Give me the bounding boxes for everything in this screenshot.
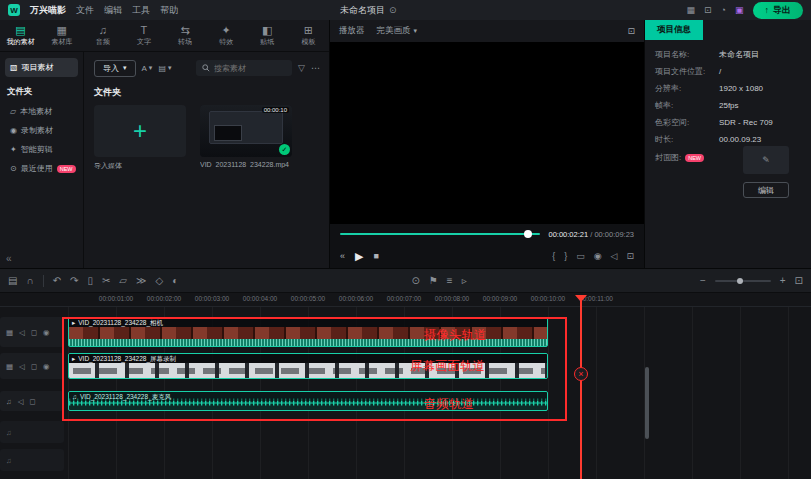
mute-icon[interactable]: ◁ — [611, 251, 618, 261]
media-pool-icon[interactable]: ▤ — [8, 275, 17, 286]
color-icon[interactable]: ◐ — [172, 275, 178, 286]
media-clip-thumbnail[interactable]: 00:00:10 ✓ — [200, 105, 292, 157]
crop-preview-icon[interactable]: ▭ — [576, 251, 585, 261]
hide-track-icon[interactable]: ◉ — [43, 362, 50, 371]
speed-icon[interactable]: ≫ — [136, 275, 146, 286]
snap-magnet-icon[interactable]: ∩ — [26, 275, 33, 286]
new-badge: NEW — [57, 165, 76, 173]
export-label: 导出 — [773, 4, 791, 17]
search-input[interactable] — [214, 64, 286, 73]
fullscreen-icon[interactable]: ⊡ — [626, 251, 634, 261]
redo-icon[interactable]: ↷ — [70, 275, 78, 286]
screenshot-icon[interactable]: ⊡ — [704, 5, 712, 15]
clip-audio-strip — [69, 339, 547, 346]
cover-label: 封面图: — [655, 152, 681, 163]
tab-audio[interactable]: ♫音频 — [82, 20, 123, 51]
ruler-label: 00:00:01:00 — [92, 295, 140, 302]
cover-thumbnail[interactable]: ✎ — [743, 146, 789, 174]
filter-icon[interactable]: ▽ — [298, 63, 305, 73]
fit-timeline-icon[interactable]: ⊡ — [795, 275, 803, 286]
mute-track-icon[interactable]: ◁ — [19, 328, 25, 337]
sidebar-item-smart-edit[interactable]: ✦ 智能剪辑 — [5, 140, 78, 159]
sidebar-item-project-media[interactable]: ▧ 项目素材 — [5, 58, 78, 77]
tab-stock-media[interactable]: ▦素材库 — [41, 20, 82, 51]
tab-my-media[interactable]: ▤我的素材 — [0, 20, 41, 51]
record-voiceover-icon[interactable]: ⊙ — [411, 275, 419, 286]
track-header[interactable]: ♫ — [0, 421, 64, 443]
undo-icon[interactable]: ↶ — [53, 275, 61, 286]
clip-microphone-audio[interactable]: ♫ VID_20231128_234228_麦克风 — [68, 391, 548, 411]
layout-panels-icon[interactable]: ▦ — [686, 5, 695, 15]
timeline-ruler[interactable]: 00:00:01:00 00:00:02:00 00:00:03:00 00:0… — [0, 293, 811, 307]
export-button[interactable]: ↑ 导出 — [753, 2, 804, 19]
store-cart-icon[interactable]: ▣ — [735, 5, 744, 15]
notification-bell-icon[interactable]: ◔ — [721, 5, 726, 15]
view-mode-dropdown[interactable]: ▤▾ — [158, 64, 171, 73]
hide-track-icon[interactable]: ◉ — [43, 328, 50, 337]
sidebar-item-recent[interactable]: ⊙ 最近使用 NEW — [5, 159, 78, 178]
sidebar-item-local-media[interactable]: ▱ 本地素材 — [5, 102, 78, 121]
tab-templates[interactable]: ⊞模板 — [288, 20, 329, 51]
zoom-slider[interactable] — [715, 280, 771, 282]
clip-screen-video[interactable]: ▸ VID_20231128_234228_屏幕录制 — [68, 353, 548, 379]
tab-stickers[interactable]: ◧贴纸 — [247, 20, 288, 51]
import-button[interactable]: 导入 ▾ — [94, 60, 136, 77]
tab-transitions[interactable]: ⇆转场 — [165, 20, 206, 51]
track-header[interactable]: ♫ — [0, 449, 64, 471]
preview-video-area[interactable] — [330, 42, 644, 224]
divider — [43, 275, 44, 287]
playhead[interactable] — [580, 295, 582, 479]
mute-track-icon[interactable]: ◁ — [19, 362, 25, 371]
menu-tools[interactable]: 工具 — [132, 4, 150, 17]
seek-handle[interactable] — [524, 230, 532, 238]
video-track-icon: ▦ — [6, 328, 13, 337]
zoom-in-icon[interactable]: + — [780, 275, 786, 286]
sidebar-item-recorded-media[interactable]: ◉ 录制素材 — [5, 121, 78, 140]
seek-bar[interactable] — [340, 233, 540, 235]
mark-out-button[interactable]: } — [564, 251, 567, 261]
import-media-tile[interactable]: + — [94, 105, 186, 157]
edit-cover-button[interactable]: 编辑 — [743, 182, 789, 198]
pencil-icon: ✎ — [762, 155, 770, 165]
track-camera: ▦ ◁ ◻ ◉ ▸ VID_20231128_234228_相机 — [0, 317, 811, 347]
menu-help[interactable]: 帮助 — [160, 4, 178, 17]
mixer-icon[interactable]: ≡ — [447, 275, 453, 286]
stop-button[interactable]: ■ — [373, 251, 378, 261]
delete-icon[interactable]: ▯ — [87, 275, 93, 286]
play-button[interactable]: ▶ — [355, 250, 363, 263]
previous-frame-button[interactable]: « — [340, 251, 345, 261]
split-scissors-icon[interactable]: ✂ — [102, 275, 110, 286]
my-media-icon: ▤ — [15, 25, 25, 36]
more-options-icon[interactable]: ⋯ — [311, 63, 320, 73]
lock-track-icon[interactable]: ◻ — [31, 328, 37, 337]
menu-edit[interactable]: 编辑 — [104, 4, 122, 17]
ruler-label: 00:00:06:00 — [332, 295, 380, 302]
collapse-panel-button[interactable]: « — [6, 253, 12, 264]
field-value: SDR - Rec 709 — [719, 118, 773, 128]
keyframe-icon[interactable]: ◇ — [156, 275, 164, 286]
tab-project-info[interactable]: 项目信息 — [645, 20, 703, 40]
sort-dropdown[interactable]: A▾ — [142, 64, 153, 73]
tab-effects[interactable]: ✦特效 — [206, 20, 247, 51]
search-box[interactable] — [196, 60, 292, 76]
render-preview-icon[interactable]: ▹ — [462, 275, 467, 286]
lock-track-icon[interactable]: ◻ — [29, 397, 35, 406]
clip-camera-video[interactable]: ▸ VID_20231128_234228_相机 — [68, 317, 548, 347]
track-header: ▦ ◁ ◻ ◉ — [0, 317, 64, 347]
tab-text[interactable]: T文字 — [123, 20, 164, 51]
playhead-handle[interactable] — [575, 295, 587, 308]
mute-track-icon[interactable]: ◁ — [18, 397, 24, 406]
quality-dropdown[interactable]: 完美画质 ▾ — [377, 25, 418, 37]
mark-in-button[interactable]: { — [552, 251, 555, 261]
snapshot-icon[interactable]: ◉ — [594, 251, 602, 261]
menu-file[interactable]: 文件 — [76, 4, 94, 17]
marker-icon[interactable]: ⚑ — [429, 275, 438, 286]
zoom-handle[interactable] — [737, 278, 743, 284]
tab-label: 音频 — [96, 37, 110, 47]
zoom-out-icon[interactable]: − — [700, 275, 706, 286]
lock-track-icon[interactable]: ◻ — [31, 362, 37, 371]
annotation-marker-icon: × — [574, 367, 588, 381]
timeline-scrollbar[interactable] — [645, 367, 649, 439]
crop-icon[interactable]: ▱ — [119, 275, 127, 286]
detach-preview-icon[interactable]: ⊡ — [627, 26, 635, 36]
